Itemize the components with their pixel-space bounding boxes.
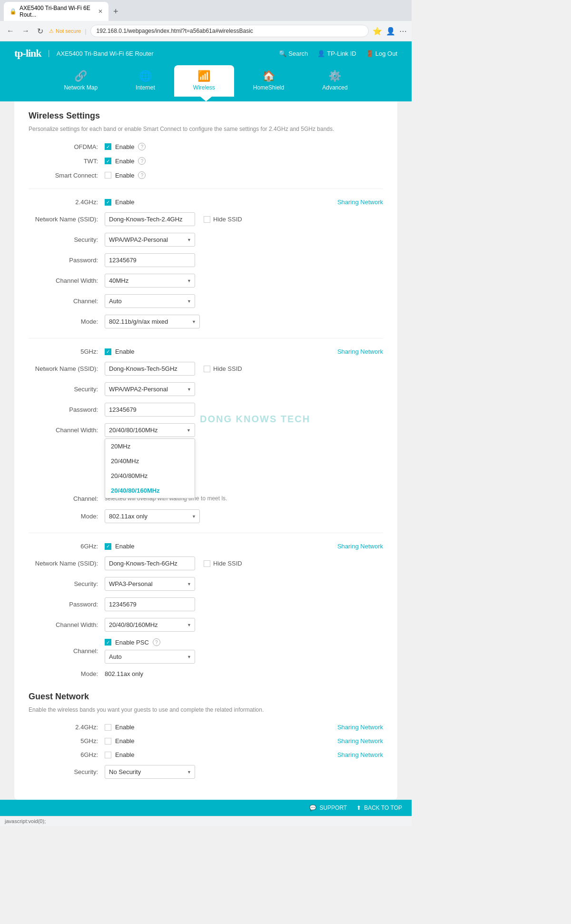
ssid-5ghz-input[interactable]	[105, 362, 195, 376]
smart-connect-checkbox[interactable]	[105, 172, 111, 179]
channel-24ghz-row: Channel: Auto 1 6 11	[29, 294, 383, 308]
dropdown-item-20408-0160mhz[interactable]: 20/40/80/160MHz	[105, 483, 195, 498]
mode-6ghz-control: 802.11ax only	[105, 670, 143, 677]
back-to-top-label: BACK TO TOP	[364, 805, 402, 811]
dropdown-item-20408-0mhz[interactable]: 20/40/80MHz	[105, 468, 195, 483]
channel-width-6ghz-select[interactable]: 20MHz 20/40MHz 20/40/80MHz 20/40/80/160M…	[105, 618, 195, 632]
extensions-icon[interactable]: ⭐	[373, 27, 382, 36]
new-tab-button[interactable]: +	[110, 7, 121, 17]
band-6ghz-checkbox[interactable]	[105, 543, 111, 550]
password-24ghz-row: Password:	[29, 253, 383, 267]
forward-button[interactable]: →	[20, 26, 31, 36]
band-6ghz-sharing-link[interactable]: Sharing Network	[337, 543, 383, 550]
guest-6ghz-enable-text: Enable	[115, 751, 134, 758]
menu-icon[interactable]: ⋯	[399, 27, 407, 36]
sidebar-item-internet[interactable]: 🌐 Internet	[117, 65, 174, 97]
channel-width-24ghz-row: Channel Width: 20MHz 40MHz	[29, 274, 383, 288]
sidebar-item-homeshield[interactable]: 🏠 HomeShield	[234, 65, 303, 97]
tplink-id-action[interactable]: 👤 TP-Link ID	[317, 50, 356, 57]
hide-ssid-5ghz-checkbox[interactable]	[204, 366, 210, 372]
security-6ghz-select[interactable]: WPA3-Personal No Security	[105, 577, 195, 591]
back-button[interactable]: ←	[5, 26, 16, 36]
support-button[interactable]: 💬 SUPPORT	[309, 805, 347, 811]
user-icon: 👤	[317, 50, 325, 57]
profile-icon[interactable]: 👤	[386, 27, 395, 36]
band-5ghz-checkbox[interactable]	[105, 348, 111, 355]
smart-connect-control: Enable ?	[105, 171, 146, 179]
hide-ssid-6ghz-checkbox[interactable]	[204, 560, 210, 567]
guest-security-label: Security:	[29, 768, 105, 775]
band-24ghz-sharing-link[interactable]: Sharing Network	[337, 199, 383, 206]
guest-24ghz-checkbox[interactable]	[105, 724, 111, 731]
ssid-24ghz-input[interactable]	[105, 212, 195, 226]
logout-action[interactable]: 🚪 Log Out	[366, 50, 397, 57]
hide-ssid-24ghz-text: Hide SSID	[213, 216, 242, 223]
ofdma-control: Enable ?	[105, 143, 146, 150]
band-5ghz-enable-text: Enable	[115, 348, 134, 355]
guest-5ghz-checkbox[interactable]	[105, 738, 111, 745]
security-24ghz-control: WPA/WPA2-Personal WPA2-Personal WPA3-Per…	[105, 233, 195, 247]
tp-link-logo: tp-link	[14, 47, 41, 60]
channel-24ghz-select[interactable]: Auto 1 6 11	[105, 294, 195, 308]
sidebar-item-advanced[interactable]: ⚙️ Advanced	[303, 65, 366, 97]
guest-6ghz-row: 6GHz: Enable Sharing Network	[29, 751, 383, 758]
hide-ssid-24ghz-checkbox[interactable]	[204, 216, 210, 223]
guest-6ghz-checkbox[interactable]	[105, 752, 111, 758]
guest-5ghz-sharing-link[interactable]: Sharing Network	[337, 737, 383, 745]
guest-network-title: Guest Network	[29, 692, 383, 702]
channel-width-6ghz-label: Channel Width:	[29, 621, 105, 628]
password-6ghz-control	[105, 597, 195, 611]
security-5ghz-select-wrapper: WPA/WPA2-Personal WPA2-Personal WPA3-Per…	[105, 382, 195, 396]
ofdma-help-icon[interactable]: ?	[138, 143, 146, 150]
twt-checkbox[interactable]	[105, 158, 111, 164]
password-24ghz-input[interactable]	[105, 253, 195, 267]
back-to-top-button[interactable]: ⬆ BACK TO TOP	[356, 805, 402, 811]
twt-help-icon[interactable]: ?	[138, 157, 146, 165]
ssid-6ghz-label: Network Name (SSID):	[29, 560, 105, 567]
network-map-icon: 🔗	[74, 70, 87, 82]
ofdma-checkbox[interactable]	[105, 143, 111, 150]
guest-24ghz-sharing-link[interactable]: Sharing Network	[337, 724, 383, 731]
band-24ghz-label: 2.4GHz:	[29, 199, 105, 206]
security-24ghz-select[interactable]: WPA/WPA2-Personal WPA2-Personal WPA3-Per…	[105, 233, 195, 247]
channel-width-5ghz-control: 20/40/80/160MHz ▼ 20MHz 20/40MHz 20/40/8…	[105, 423, 195, 437]
active-tab[interactable]: 🔒 AXE5400 Tri-Band Wi-Fi 6E Rout... ✕	[4, 2, 108, 21]
channel-5ghz-label: Channel:	[29, 495, 105, 502]
dropdown-item-20mhz[interactable]: 20MHz	[105, 439, 195, 454]
nav-label-internet: Internet	[136, 84, 155, 91]
dropdown-item-2040mhz[interactable]: 20/40MHz	[105, 454, 195, 468]
guest-6ghz-sharing-link[interactable]: Sharing Network	[337, 751, 383, 758]
channel-width-5ghz-select-open[interactable]: 20/40/80/160MHz ▼	[105, 423, 195, 437]
sidebar-item-network-map[interactable]: 🔗 Network Map	[45, 65, 117, 97]
band-5ghz-ssid-row: Network Name (SSID): Hide SSID	[29, 362, 383, 376]
tab-title: AXE5400 Tri-Band Wi-Fi 6E Rout...	[20, 5, 95, 18]
band-5ghz-sharing-link[interactable]: Sharing Network	[337, 348, 383, 355]
password-6ghz-input[interactable]	[105, 597, 195, 611]
band-24ghz-controls: Enable Sharing Network	[105, 199, 383, 206]
password-5ghz-input[interactable]	[105, 403, 195, 417]
mode-6ghz-label: Mode:	[29, 670, 105, 677]
band-24ghz-checkbox[interactable]	[105, 199, 111, 206]
hide-ssid-6ghz-text: Hide SSID	[213, 560, 242, 567]
tab-close-icon[interactable]: ✕	[98, 8, 103, 15]
guest-security-select[interactable]: No Security WPA/WPA2-Personal WPA3-Perso…	[105, 765, 195, 779]
guest-security-row: Security: No Security WPA/WPA2-Personal …	[29, 765, 383, 779]
security-warning: ⚠ Not secure	[49, 28, 81, 34]
smart-connect-help-icon[interactable]: ?	[138, 171, 146, 179]
guest-5ghz-row: 5GHz: Enable Sharing Network	[29, 737, 383, 745]
nav-label-homeshield: HomeShield	[253, 84, 284, 91]
mode-24ghz-select[interactable]: 802.11b/g/n/ax mixed 802.11n only	[105, 315, 200, 328]
security-5ghz-select[interactable]: WPA/WPA2-Personal WPA2-Personal WPA3-Per…	[105, 382, 195, 396]
address-bar[interactable]	[90, 25, 369, 37]
ssid-5ghz-label: Network Name (SSID):	[29, 365, 105, 372]
internet-icon: 🌐	[139, 70, 152, 82]
search-action[interactable]: 🔍 Search	[279, 50, 308, 57]
channel-6ghz-select[interactable]: Auto	[105, 650, 195, 664]
channel-width-24ghz-select[interactable]: 20MHz 40MHz	[105, 274, 195, 288]
sidebar-item-wireless[interactable]: 📶 Wireless	[174, 65, 234, 97]
refresh-button[interactable]: ↻	[35, 26, 45, 37]
enable-psc-checkbox[interactable]	[105, 639, 111, 646]
psc-help-icon[interactable]: ?	[153, 638, 160, 646]
ssid-6ghz-input[interactable]	[105, 556, 195, 570]
mode-5ghz-select[interactable]: 802.11ax only 802.11a/n/ac/ax mixed	[105, 509, 200, 523]
